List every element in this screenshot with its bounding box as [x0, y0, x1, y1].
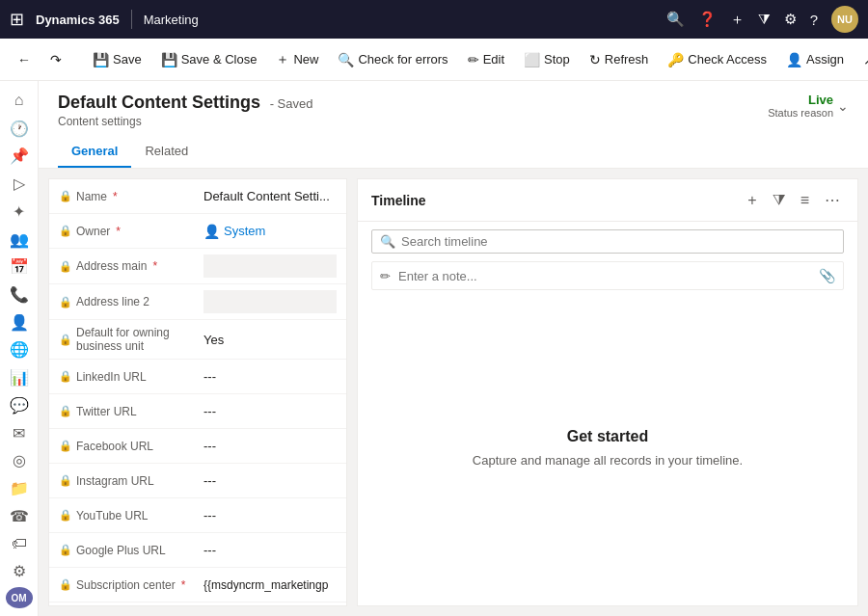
check-errors-icon: 🔍: [338, 52, 354, 67]
sidebar-item-phone2[interactable]: ☎: [4, 504, 35, 528]
add-icon[interactable]: ＋: [730, 11, 745, 29]
sidebar-item-home[interactable]: ⌂: [4, 89, 35, 113]
refresh-button[interactable]: ↻ Refresh: [582, 48, 657, 71]
field-owner: 🔒 Owner * 👤 System: [49, 214, 346, 249]
field-facebook-label: 🔒 Facebook URL: [59, 440, 203, 453]
owner-person-icon: 👤: [203, 224, 220, 239]
assign-button[interactable]: 👤 Assign: [778, 48, 852, 71]
page-subtitle: Content settings: [58, 115, 312, 128]
timeline-attach-icon[interactable]: 📎: [819, 268, 835, 283]
help-icon[interactable]: ?: [810, 12, 818, 28]
field-instagram-value: ---: [203, 473, 337, 488]
timeline-search-icon: 🔍: [380, 234, 395, 249]
timeline-title: Timeline: [371, 193, 736, 208]
status-chevron-icon[interactable]: ⌄: [837, 98, 849, 114]
top-nav-icons: 🔍 ❓ ＋ ⧩ ⚙ ? NU: [666, 6, 858, 33]
main-layout: ⌂ 🕐 📌 ▷ ✦ 👥 📅 📞 👤 🌐 📊 💬 ✉ ◎ 📁 ☎ 🏷 ⚙ OM D…: [0, 81, 868, 616]
share-button[interactable]: ↗ Share: [855, 48, 868, 71]
tab-related[interactable]: Related: [131, 136, 202, 168]
new-button[interactable]: ＋ New: [268, 47, 326, 72]
page-header: Default Content Settings - Saved Content…: [39, 81, 868, 169]
help-ring-icon[interactable]: ❓: [698, 11, 717, 28]
sidebar-user-avatar[interactable]: OM: [6, 587, 33, 608]
sidebar-item-star[interactable]: ✦: [4, 200, 35, 224]
sidebar-item-globe[interactable]: 🌐: [4, 338, 35, 362]
settings-icon[interactable]: ⚙: [784, 11, 797, 28]
status-label: Live: [768, 93, 833, 107]
assign-icon: 👤: [786, 52, 802, 67]
field-owner-value[interactable]: 👤 System: [203, 224, 337, 239]
tab-general[interactable]: General: [58, 136, 131, 168]
sidebar-item-phone[interactable]: 📞: [4, 282, 35, 307]
timeline-more-button[interactable]: ⋯: [821, 189, 844, 211]
sidebar-item-recent[interactable]: 🕐: [4, 117, 35, 141]
sidebar-item-calendar[interactable]: 📅: [4, 254, 35, 279]
sidebar-item-play[interactable]: ▷: [4, 172, 35, 196]
field-linkedin: 🔒 LinkedIn URL ---: [49, 360, 346, 394]
forward-icon: ↷: [50, 52, 62, 67]
owner-name: System: [224, 224, 265, 238]
sidebar-item-reports[interactable]: 📊: [4, 365, 35, 389]
timeline-filter-button[interactable]: ⧩: [769, 190, 789, 211]
sidebar-item-folder[interactable]: 📁: [4, 476, 35, 500]
saved-indicator: - Saved: [270, 96, 313, 111]
lock-icon: 🔒: [59, 190, 72, 202]
check-errors-button[interactable]: 🔍 Check for errors: [330, 48, 455, 71]
page-header-top: Default Content Settings - Saved Content…: [58, 93, 849, 128]
lock-icon-addr2: 🔒: [59, 296, 72, 308]
save-close-button[interactable]: 💾 Save & Close: [153, 48, 265, 71]
forward-button[interactable]: ↷: [42, 48, 69, 71]
timeline-note-input[interactable]: [398, 269, 811, 283]
lock-icon-addr: 🔒: [59, 260, 72, 273]
filter-icon[interactable]: ⧩: [758, 11, 771, 28]
save-close-icon: 💾: [161, 52, 177, 67]
save-button[interactable]: 💾 Save: [85, 48, 149, 71]
lock-icon-linkedin: 🔒: [59, 370, 72, 383]
sidebar-item-chat[interactable]: 💬: [4, 393, 35, 417]
timeline-pencil-icon: ✏: [380, 269, 391, 283]
timeline-view-button[interactable]: ≡: [797, 190, 813, 211]
field-address-main-label: 🔒 Address main *: [59, 259, 203, 273]
lock-icon-default: 🔒: [59, 334, 72, 346]
new-icon: ＋: [276, 51, 289, 68]
sidebar-item-pinned[interactable]: 📌: [4, 144, 35, 168]
timeline-header: Timeline + ⧩ ≡ ⋯: [358, 179, 857, 222]
tabs: General Related: [58, 136, 849, 168]
field-owner-label: 🔒 Owner *: [59, 225, 203, 238]
field-facebook-value: ---: [203, 439, 337, 453]
stop-button[interactable]: ⬜ Stop: [516, 48, 578, 71]
field-subscription-label: 🔒 Subscription center *: [59, 578, 203, 592]
field-youtube-value: ---: [203, 508, 337, 522]
module-name: Marketing: [144, 13, 199, 27]
timeline-add-button[interactable]: +: [744, 190, 760, 211]
sidebar-item-settings[interactable]: ⚙: [4, 559, 35, 583]
field-youtube-label: 🔒 YouTube URL: [59, 509, 203, 522]
user-avatar[interactable]: NU: [831, 6, 858, 33]
edit-button[interactable]: ✏ Edit: [460, 48, 512, 71]
field-address-line2-value: [203, 290, 337, 313]
field-name-value: Default Content Setti...: [203, 189, 337, 203]
main-content: Default Content Settings - Saved Content…: [39, 81, 868, 616]
timeline-search-input[interactable]: [401, 234, 835, 249]
app-grid-icon[interactable]: ⊞: [10, 9, 24, 30]
field-subscription: 🔒 Subscription center * {{msdyncrm_marke…: [49, 568, 346, 603]
check-access-button[interactable]: 🔑 Check Access: [660, 48, 774, 71]
timeline-note-bar: ✏ 📎: [371, 261, 844, 290]
field-googleplus-value: ---: [203, 543, 337, 557]
field-facebook: 🔒 Facebook URL ---: [49, 429, 346, 464]
sidebar-item-person[interactable]: 👤: [4, 310, 35, 335]
brand-name: Dynamics 365: [36, 13, 120, 27]
sidebar-item-circle[interactable]: ◎: [4, 449, 35, 473]
lock-icon-facebook: 🔒: [59, 440, 72, 452]
sidebar-item-mail[interactable]: ✉: [4, 421, 35, 445]
address-main-input[interactable]: [203, 254, 337, 278]
sidebar: ⌂ 🕐 📌 ▷ ✦ 👥 📅 📞 👤 🌐 📊 💬 ✉ ◎ 📁 ☎ 🏷 ⚙ OM: [0, 81, 39, 616]
back-button[interactable]: ←: [10, 48, 39, 71]
status-block[interactable]: Live Status reason ⌄: [768, 93, 849, 119]
sidebar-item-contacts[interactable]: 👥: [4, 228, 35, 252]
sidebar-item-badge[interactable]: 🏷: [4, 532, 35, 556]
share-icon: ↗: [863, 52, 868, 67]
search-icon[interactable]: 🔍: [666, 11, 685, 28]
field-default-owning-value: Yes: [203, 333, 337, 347]
address-line2-input[interactable]: [203, 290, 337, 313]
